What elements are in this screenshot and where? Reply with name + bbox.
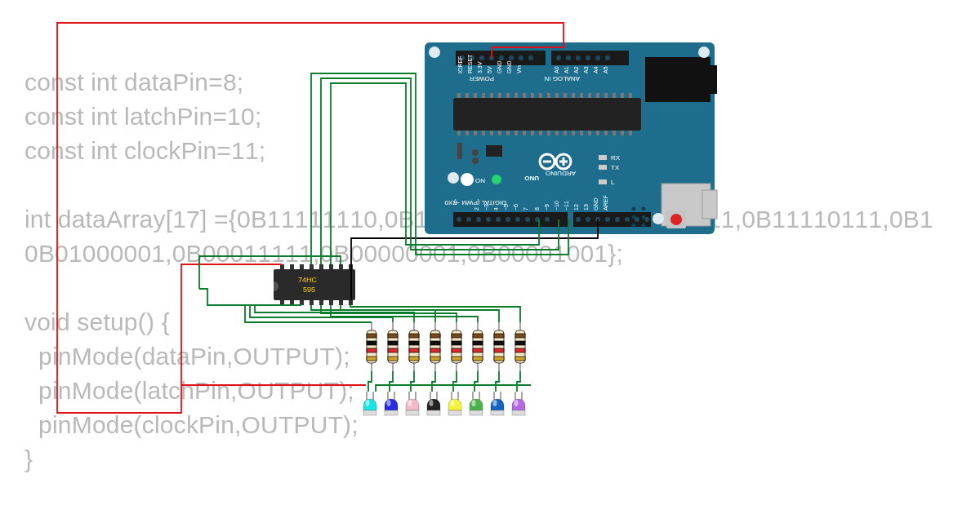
svg-point-101 (472, 157, 479, 164)
led-blue2 (491, 392, 504, 415)
svg-rect-141 (290, 264, 294, 269)
svg-text:13: 13 (583, 204, 589, 210)
svg-rect-190 (473, 348, 483, 352)
svg-rect-170 (409, 334, 419, 338)
svg-text:~3: ~3 (483, 204, 489, 210)
svg-text:A0: A0 (554, 66, 559, 73)
svg-point-215 (408, 400, 412, 406)
svg-text:~6: ~6 (513, 204, 519, 210)
svg-point-34 (525, 217, 530, 222)
svg-point-49 (642, 215, 646, 219)
svg-point-53 (670, 214, 682, 225)
chip-label-line2: 595 (303, 286, 315, 294)
svg-rect-203 (515, 357, 525, 361)
svg-rect-86 (531, 131, 534, 135)
svg-rect-153 (329, 300, 333, 305)
svg-point-28 (466, 217, 471, 222)
svg-text:IOREF: IOREF (457, 56, 463, 73)
svg-point-25 (595, 55, 600, 60)
svg-rect-54 (453, 98, 641, 131)
svg-rect-188 (473, 334, 483, 338)
svg-rect-200 (515, 334, 525, 338)
svg-rect-182 (452, 334, 461, 338)
svg-rect-179 (430, 357, 440, 361)
svg-rect-92 (580, 131, 583, 135)
svg-point-211 (387, 400, 391, 406)
svg-point-48 (632, 215, 636, 219)
svg-rect-73 (604, 93, 608, 98)
svg-rect-79 (474, 131, 477, 135)
svg-rect-85 (523, 131, 526, 135)
board-name: UNO (524, 175, 539, 182)
svg-rect-154 (339, 300, 343, 305)
svg-rect-87 (539, 131, 542, 135)
svg-text:7: 7 (523, 207, 528, 210)
svg-rect-80 (482, 131, 485, 135)
svg-rect-1 (645, 57, 710, 102)
svg-rect-184 (452, 348, 461, 352)
svg-point-26 (605, 55, 610, 60)
svg-rect-102 (486, 145, 502, 157)
svg-point-36 (545, 217, 550, 222)
svg-rect-161 (367, 357, 376, 361)
svg-rect-166 (388, 348, 398, 352)
svg-text:~5: ~5 (503, 204, 509, 210)
l-label: L (611, 179, 615, 186)
svg-rect-4 (702, 190, 717, 219)
svg-rect-172 (409, 348, 419, 352)
svg-rect-152 (319, 300, 323, 305)
svg-rect-68 (564, 93, 567, 98)
svg-rect-99 (457, 143, 462, 159)
svg-rect-76 (629, 93, 632, 98)
svg-rect-70 (580, 93, 583, 98)
svg-point-38 (586, 217, 590, 222)
led-yellow (448, 392, 461, 415)
svg-text:~11: ~11 (564, 201, 569, 210)
svg-rect-97 (621, 131, 624, 135)
svg-rect-72 (596, 93, 599, 98)
svg-rect-144 (319, 264, 323, 269)
svg-text:GND: GND (506, 60, 512, 73)
svg-point-8 (653, 213, 664, 224)
svg-point-6 (698, 47, 710, 58)
svg-rect-63 (523, 93, 526, 98)
svg-rect-60 (498, 93, 501, 98)
svg-point-235 (514, 400, 519, 406)
svg-text:A5: A5 (603, 66, 608, 73)
svg-point-30 (486, 217, 491, 222)
tx-label: TX (611, 164, 620, 171)
svg-rect-173 (409, 357, 419, 361)
svg-rect-55 (457, 93, 461, 98)
svg-rect-155 (349, 300, 353, 305)
svg-rect-71 (588, 93, 591, 98)
svg-point-7 (448, 172, 459, 184)
svg-text:2: 2 (474, 207, 479, 210)
svg-rect-196 (494, 348, 504, 352)
analog-section-label: ANALOG IN (544, 75, 580, 82)
svg-rect-61 (506, 93, 510, 98)
svg-text:~10: ~10 (554, 201, 559, 210)
svg-rect-89 (555, 131, 559, 135)
svg-rect-81 (490, 131, 493, 135)
reset-button[interactable] (666, 210, 686, 228)
svg-rect-210 (385, 410, 398, 415)
led-cyan (363, 392, 376, 415)
svg-rect-206 (363, 410, 376, 415)
svg-rect-65 (539, 93, 542, 98)
svg-point-29 (476, 217, 481, 222)
svg-rect-109 (599, 155, 607, 160)
svg-rect-143 (310, 264, 314, 269)
svg-point-231 (493, 400, 497, 406)
svg-text:AREF: AREF (603, 195, 608, 210)
resistor-array (367, 322, 525, 371)
svg-point-24 (586, 55, 590, 60)
svg-rect-226 (470, 410, 483, 415)
svg-rect-160 (367, 348, 376, 352)
svg-rect-91 (572, 131, 575, 135)
on-label: ON (475, 177, 485, 184)
svg-rect-177 (430, 341, 440, 345)
svg-rect-78 (466, 131, 469, 135)
rx-label: RX (611, 154, 621, 162)
svg-point-33 (515, 217, 520, 222)
svg-rect-111 (599, 179, 607, 184)
